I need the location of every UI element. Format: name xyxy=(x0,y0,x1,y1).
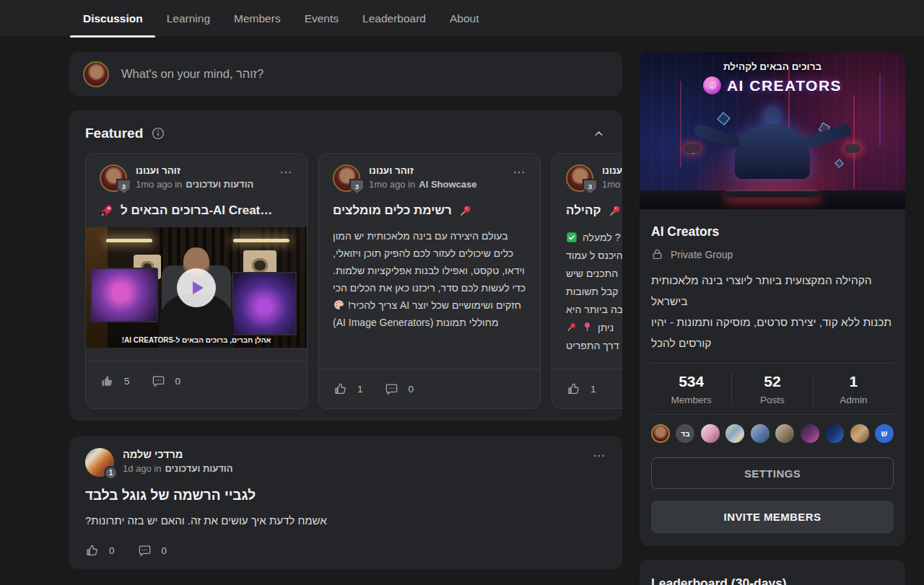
post-body: למעלה ? היכנס ל עמוד התכנים שיש קבל תשוב… xyxy=(566,228,622,354)
post-header: 1 מרדכי שלמה 1d ago in הודעות ועדכונים xyxy=(85,448,606,477)
chevron-up-icon[interactable] xyxy=(593,128,605,140)
post-category[interactable]: AI Showcase xyxy=(419,179,476,190)
stat-members: 534 Members xyxy=(651,373,731,405)
post-title: לגביי הרשמה של גוגל בלבד xyxy=(85,488,606,503)
video-thumbnail[interactable]: אהלן חברים, ברוכים הבאים ל-AI CREATORS! xyxy=(86,227,307,348)
thumbs-up-icon xyxy=(567,382,580,396)
pushpin-icon xyxy=(608,204,622,218)
stat-value: 534 xyxy=(651,373,731,390)
body-text: ניתן xyxy=(598,319,614,336)
tab-leaderboard[interactable]: Leaderboard xyxy=(362,0,426,38)
rocket-icon xyxy=(100,203,114,218)
body-text: בה ביותר היא xyxy=(566,301,622,318)
comment-button[interactable]: 0 xyxy=(385,382,414,396)
level-badge: 3 xyxy=(116,179,131,195)
featured-card-tools[interactable]: 3 זוהר וענונו 1mo ago in AI Showcase xyxy=(318,153,541,409)
featured-card-header: 3 זוהר וענונו 1mo ago in xyxy=(566,164,622,192)
member-avatar[interactable] xyxy=(850,424,869,443)
group-details: AI Creators Private Group הקהילה המקצועי… xyxy=(640,209,905,546)
current-user-avatar xyxy=(83,61,109,87)
info-icon[interactable] xyxy=(152,127,165,140)
stat-label: Members xyxy=(651,395,731,405)
author-name[interactable]: זוהר וענונו xyxy=(602,165,622,176)
member-avatar-initials[interactable]: ש xyxy=(875,424,894,443)
body-line: קבל תשובות xyxy=(566,282,622,300)
member-avatar[interactable] xyxy=(751,424,770,443)
banner-brand-text: AI CREATORS xyxy=(727,77,842,94)
tab-discussion-label: Discussion xyxy=(83,12,143,25)
play-button[interactable] xyxy=(177,268,216,307)
body-text: התכנים שיש xyxy=(566,265,618,282)
post-composer[interactable]: What's on your mind, זוהר? xyxy=(69,52,622,96)
comment-button[interactable]: 0 xyxy=(138,544,167,558)
post-actions: 0 0 xyxy=(85,544,606,558)
like-button[interactable]: 1 xyxy=(567,382,596,396)
member-avatar-initials[interactable]: בד xyxy=(676,424,694,443)
post-category[interactable]: הודעות ועדכונים xyxy=(186,179,253,190)
banner-figure-hand xyxy=(684,144,700,153)
tab-events[interactable]: Events xyxy=(305,0,339,38)
comment-count: 0 xyxy=(162,545,167,556)
post-time: 1mo ago in xyxy=(602,179,622,190)
invite-members-button[interactable]: INVITE MEMBERS xyxy=(651,501,894,533)
more-options-icon[interactable] xyxy=(279,165,293,180)
featured-card-header: 3 זוהר וענונו 1mo ago in AI Showcase xyxy=(333,164,526,192)
body-line: למעלה ? xyxy=(566,228,622,246)
author-name[interactable]: זוהר וענונו xyxy=(369,165,503,176)
group-privacy: Private Group xyxy=(651,248,894,260)
more-options-icon[interactable] xyxy=(512,165,526,180)
tab-learning[interactable]: Learning xyxy=(167,0,210,38)
comment-count: 0 xyxy=(175,376,181,387)
video-caption: אהלן חברים, ברוכים הבאים ל-AI CREATORS! xyxy=(86,336,307,344)
stat-label: Admin xyxy=(814,395,894,405)
member-avatar[interactable] xyxy=(775,424,794,443)
group-sidebar: ברוכים הבאים לקהילת AI CREATORS AI Creat… xyxy=(640,52,905,585)
feed-post[interactable]: 1 מרדכי שלמה 1d ago in הודעות ועדכונים ל… xyxy=(69,436,622,569)
like-count: 5 xyxy=(124,376,130,387)
group-stats: 534 Members 52 Posts 1 Admin xyxy=(651,364,894,414)
author-avatar[interactable]: 1 xyxy=(85,448,114,477)
body-line: היכנס ל עמוד xyxy=(566,246,622,264)
level-number: 3 xyxy=(351,180,363,193)
more-options-icon[interactable] xyxy=(592,449,606,463)
like-button[interactable]: 5 xyxy=(100,374,130,388)
author-avatar[interactable]: 3 xyxy=(100,164,127,192)
comment-icon xyxy=(138,544,152,558)
body-text: היכנס ל עמוד xyxy=(566,247,622,264)
group-info-card: ברוכים הבאים לקהילת AI CREATORS AI Creat… xyxy=(640,52,905,546)
members-avatars-row: בד ש xyxy=(651,415,894,453)
tab-about[interactable]: About xyxy=(450,0,479,38)
featured-card-welcome[interactable]: 3 זוהר וענונו 1mo ago in הודעות ועדכונים xyxy=(85,153,308,409)
author-avatar[interactable]: 3 xyxy=(566,164,593,192)
post-time: 1mo ago in xyxy=(136,179,182,190)
author-name[interactable]: מרדכי שלמה xyxy=(123,449,583,460)
leaderboard-card: Leaderboard (30-days) xyxy=(640,560,905,585)
level-badge: 1 xyxy=(104,466,118,480)
palette-icon xyxy=(333,299,345,311)
community-page: Discussion Learning Members Events Leade… xyxy=(0,0,924,585)
post-title: רשימת כלים מומלצים xyxy=(333,203,452,218)
tab-discussion[interactable]: Discussion xyxy=(83,0,143,38)
member-avatar[interactable] xyxy=(825,424,844,443)
member-avatar[interactable] xyxy=(701,424,720,443)
leaderboard-title: Leaderboard (30-days) xyxy=(651,576,894,585)
member-avatar[interactable] xyxy=(725,424,744,443)
member-avatar[interactable] xyxy=(651,424,670,443)
featured-card-community[interactable]: 3 זוהר וענונו 1mo ago in קהילה xyxy=(552,153,622,409)
light-streak xyxy=(853,95,855,189)
post-actions: 5 0 xyxy=(86,361,307,400)
author-avatar[interactable]: 3 xyxy=(333,164,360,192)
tab-members[interactable]: Members xyxy=(234,0,281,38)
like-button[interactable]: 0 xyxy=(85,544,115,558)
group-name: AI Creators xyxy=(651,224,894,239)
banner-brand-row: AI CREATORS xyxy=(640,76,905,94)
author-name[interactable]: זוהר וענונו xyxy=(136,165,270,176)
post-category[interactable]: הודעות ועדכונים xyxy=(165,463,233,474)
comment-button[interactable]: 0 xyxy=(152,374,181,388)
like-count: 0 xyxy=(109,545,115,556)
settings-button[interactable]: SETTINGS xyxy=(651,457,894,489)
post-title-row: ברוכים הבאים ל-AI Creat… xyxy=(100,203,293,218)
featured-cards-row: 3 זוהר וענונו 1mo ago in הודעות ועדכונים xyxy=(85,153,622,409)
like-button[interactable]: 1 xyxy=(334,382,363,396)
member-avatar[interactable] xyxy=(801,424,819,443)
